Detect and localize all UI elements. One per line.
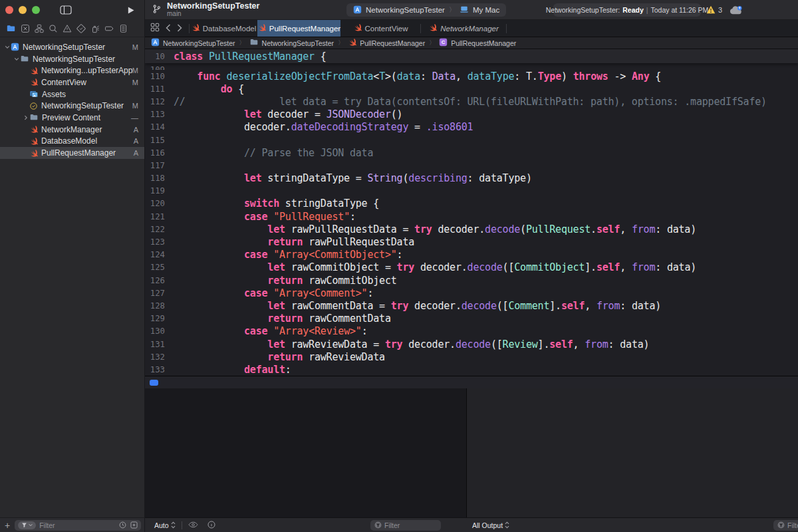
tab-overview-icon[interactable]	[150, 23, 160, 35]
variables-view[interactable]	[145, 388, 467, 517]
code-line-row[interactable]: 125 let rawCommitObject = try decoder.de…	[145, 261, 798, 274]
close-window-button[interactable]	[5, 6, 13, 14]
toggle-navigator-icon[interactable]	[60, 5, 72, 15]
code-line: case "Array<Comment>":	[165, 287, 373, 299]
chevron-right-icon: 〉	[239, 39, 245, 47]
code-line-row[interactable]: 115	[145, 134, 798, 146]
line-number: 132	[145, 352, 165, 362]
code-line-row[interactable]: 114 decoder.dateDecodingStrategy = .iso8…	[145, 121, 798, 134]
code-line-row[interactable]: 129 return rawCommentData	[145, 313, 798, 325]
breadcrumb-item[interactable]: NetworkingSetupTester	[249, 38, 334, 48]
file-name: NetworkingSetupTester	[41, 101, 124, 110]
svg-text:C: C	[442, 39, 446, 45]
code-line-row[interactable]: 111 do {	[145, 82, 798, 95]
source-control-filter-icon[interactable]	[130, 519, 138, 531]
scheme-selector[interactable]: NetworkingSetupTester 〉 My Mac	[346, 3, 506, 17]
status-project: NetworkingSetupTester:	[546, 6, 620, 14]
debug-navigator-icon[interactable]	[90, 24, 100, 33]
breakpoints-toggle-button[interactable]	[150, 380, 158, 386]
find-navigator-icon[interactable]	[49, 24, 58, 33]
disclosure-closed-icon[interactable]	[23, 115, 29, 120]
code-line-row[interactable]: 110 func deserializeObjectFromData<T>(da…	[145, 70, 798, 82]
code-line-row[interactable]: 128 let rawCommentData = try decoder.dec…	[145, 299, 798, 312]
code-line-row[interactable]: 130 case "Array<Review>":	[145, 325, 798, 338]
status-time: Today at 11:26 PM	[650, 6, 708, 14]
code-line-row[interactable]: 126 return rawCommitObject	[145, 274, 798, 287]
scheme-name[interactable]: NetworkingSetupTester	[366, 6, 445, 14]
tab-NetworkManager[interactable]: NetworkManager	[421, 20, 506, 37]
sidebar-item-assets[interactable]: Assets	[0, 88, 144, 100]
warnings-badge[interactable]: 3	[706, 5, 722, 14]
file-name: DatabaseModel	[41, 136, 97, 146]
code-line-row[interactable]: 121 case "PullRequest":	[145, 210, 798, 223]
tab-label: ContentView	[365, 25, 408, 33]
sidebar-item-networkmanager[interactable]: NetworkManagerA	[0, 124, 144, 136]
cloud-sync-icon[interactable]	[729, 5, 743, 18]
code-line-row[interactable]: 122 let rawPullRequestData = try decoder…	[145, 223, 798, 235]
code-line-row[interactable]: 113 let decoder = JSONDecoder()	[145, 108, 798, 121]
recent-files-icon[interactable]	[119, 519, 126, 531]
code-line-row[interactable]: 116 // Parse the JSON data	[145, 146, 798, 159]
code-line-row[interactable]: 117	[145, 159, 798, 172]
minimize-window-button[interactable]	[19, 6, 27, 14]
filter-options-icon[interactable]	[18, 521, 36, 529]
sidebar-item-networkingsetuptester[interactable]: NetworkingSetupTesterM	[0, 100, 144, 112]
breadcrumb-label: PullRequestManager	[360, 39, 425, 47]
breakpoints-navigator-icon[interactable]	[104, 24, 114, 33]
file-name: NetworkingSetupTester	[33, 55, 115, 64]
breadcrumb-item[interactable]: NetworkingSetupTester	[151, 38, 235, 48]
code-line-row[interactable]: 120 switch stringDataType {	[145, 198, 798, 210]
reports-navigator-icon[interactable]	[119, 24, 128, 33]
info-icon[interactable]	[207, 521, 215, 530]
forward-icon[interactable]	[177, 23, 182, 35]
navigator-filter-field[interactable]: Filter	[15, 520, 141, 531]
sidebar-item-pullrequestmanager[interactable]: PullRequestManagerA	[0, 147, 144, 159]
code-line-row[interactable]: 119	[145, 185, 798, 198]
tab-PullRequestManager[interactable]: PullRequestManager	[257, 20, 340, 37]
variables-filter-field[interactable]: Filter	[370, 520, 441, 531]
variables-scope-popup[interactable]: Auto	[154, 521, 176, 529]
line-number: 124	[145, 250, 165, 259]
line-number: 130	[145, 327, 165, 336]
code-line-row[interactable]: 118 let stringDataType = String(describi…	[145, 172, 798, 185]
console-filter-field[interactable]: Filter	[773, 520, 798, 531]
sidebar-item-previewcontent[interactable]: Preview Content—	[0, 112, 144, 124]
code-line-row[interactable]: 131 let rawReviewData = try decoder.deco…	[145, 338, 798, 350]
tab-ContentView[interactable]: ContentView	[340, 20, 420, 37]
code-line-row[interactable]: 123 return rawPullRequestData	[145, 235, 798, 248]
disclosure-open-icon[interactable]	[4, 45, 11, 50]
code-line-row[interactable]: 112// let data = try Data(contentsOf: UR…	[145, 95, 798, 108]
warning-count: 3	[718, 6, 722, 14]
code-line-row[interactable]: 124 case "Array<CommitObject>":	[145, 249, 798, 261]
project-navigator-icon[interactable]	[6, 24, 16, 33]
code-line-row[interactable]: 133 default:	[145, 363, 798, 376]
source-editor[interactable]: 10 class PullRequestManager { 109 110 fu…	[145, 49, 798, 376]
console-view[interactable]	[467, 388, 798, 517]
sidebar-item-networkinguptesterapp[interactable]: Networking...upTesterAppM	[0, 65, 144, 76]
tab-DatabaseModel[interactable]: DatabaseModel	[190, 20, 257, 37]
run-button[interactable]	[126, 6, 135, 15]
disclosure-open-icon[interactable]	[13, 57, 20, 62]
run-destination[interactable]: My Mac	[473, 6, 499, 14]
code-line-row[interactable]: 127 case "Array<Comment>":	[145, 287, 798, 299]
sidebar-item-networkingsetuptester[interactable]: NetworkingSetupTesterM	[0, 41, 144, 53]
sidebar-item-contentview[interactable]: ContentViewM	[0, 76, 144, 88]
titlebar-left-section	[0, 0, 145, 20]
back-icon[interactable]	[166, 23, 171, 35]
zoom-window-button[interactable]	[32, 6, 40, 14]
add-file-button[interactable]: +	[5, 521, 10, 530]
breadcrumb-item[interactable]: CPullRequestManager	[439, 38, 516, 48]
sidebar-item-databasemodel[interactable]: DatabaseModelA	[0, 136, 144, 148]
quicklook-eye-icon[interactable]	[188, 521, 198, 529]
swift-file-icon	[191, 23, 200, 33]
assets-icon	[29, 90, 39, 98]
tests-navigator-icon[interactable]	[76, 24, 86, 33]
symbols-navigator-icon[interactable]	[35, 24, 44, 33]
sidebar-item-networkingsetuptester[interactable]: NetworkingSetupTester	[0, 53, 144, 65]
console-scope-popup[interactable]: All Output	[472, 521, 509, 529]
source-control-navigator-icon[interactable]	[21, 24, 30, 33]
breadcrumb-item[interactable]: PullRequestManager	[348, 38, 425, 48]
source-control-badge: A	[134, 126, 138, 134]
code-line-row[interactable]: 132 return rawReviewData	[145, 350, 798, 363]
issues-navigator-icon[interactable]	[63, 24, 72, 33]
